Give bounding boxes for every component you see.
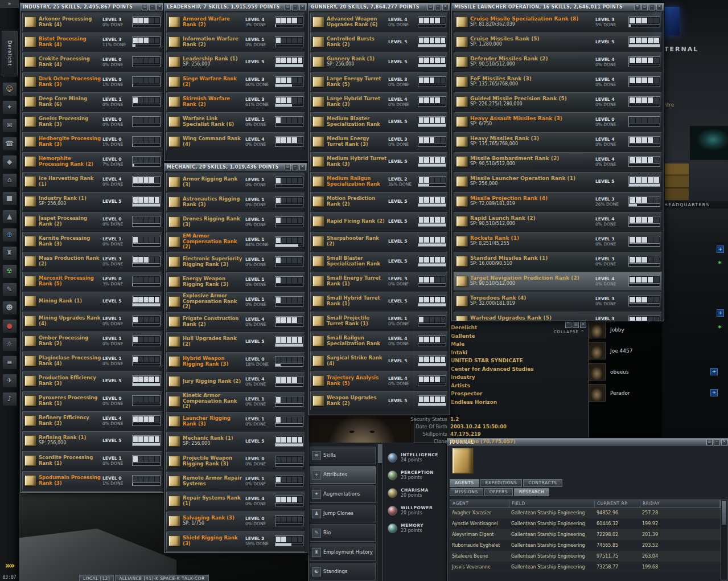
skill-row[interactable]: Mining Upgrades Rank (4) LEVEL 1 0% DONE: [22, 312, 162, 330]
skill-row[interactable]: Armor Rigging Rank (3) LEVEL 1 0% DONE: [166, 173, 305, 191]
pin-icon[interactable]: ◎: [285, 164, 291, 170]
skill-row[interactable]: Jury Rigging Rank (2) LEVEL 4 0% DONE: [166, 372, 305, 391]
charsheet-menu-item[interactable]: ✎ Bio: [310, 524, 376, 542]
skill-row[interactable]: Hybrid Weapon Rigging Rank (3) LEVEL 0 1…: [166, 352, 305, 371]
skill-row[interactable]: Astronautics Rigging Rank (3) LEVEL 1 0%…: [166, 193, 305, 211]
skill-row[interactable]: Mercoxit Processing Rank (5) LEVEL 0 3% …: [22, 272, 162, 290]
minimize-icon[interactable]: –: [292, 4, 298, 10]
expand-neocom-button[interactable]: »: [0, 0, 19, 8]
pin-icon[interactable]: ◎: [573, 322, 579, 328]
skill-row[interactable]: Crokite Processing Rank (4) LEVEL 0 0% D…: [22, 52, 162, 71]
charsheet-menu-item[interactable]: ≡ Skills: [310, 447, 376, 464]
skill-row[interactable]: Jaspet Processing Rank (2) LEVEL 0 0% DO…: [22, 212, 162, 231]
star-map-icon[interactable]: ✦: [2, 100, 17, 114]
skill-row[interactable]: Sharpshooter Rank (2) LEVEL 5: [310, 232, 448, 251]
skill-row[interactable]: Kernite Processing Rank (3) LEVEL 1 0% D…: [22, 232, 162, 251]
skill-row[interactable]: Veldspar Processing Rank (1) LEVEL 4 0% …: [22, 491, 162, 492]
wallet-icon[interactable]: ◆: [2, 155, 17, 169]
agent-table-row[interactable]: Aleyvriman Elgent Gallentean Starship En…: [450, 529, 721, 540]
skill-row[interactable]: Controlled Bursts Rank (2) LEVEL 5: [310, 32, 448, 51]
assets-icon[interactable]: ■: [2, 191, 17, 206]
close-icon[interactable]: ×: [721, 439, 727, 445]
expand-arrows-icon[interactable]: »»: [5, 561, 14, 570]
corporation-icon[interactable]: ♜: [2, 246, 17, 260]
close-icon[interactable]: ×: [656, 4, 663, 10]
skill-row[interactable]: Missile Bombardment Rank (2) SP: 90,510/…: [454, 152, 662, 171]
skill-row[interactable]: Ice Harvesting Rank (1) LEVEL 4 0% DONE: [22, 172, 162, 191]
expand-icon[interactable]: ^: [565, 322, 571, 328]
skill-row[interactable]: Rapid Launch Rank (2) SP: 90,510/512,000…: [454, 212, 662, 231]
watchlist-entry[interactable]: obeeus +: [588, 363, 720, 380]
add-marker-icon[interactable]: +: [717, 309, 724, 317]
add-contact-icon[interactable]: +: [710, 368, 718, 375]
skill-row[interactable]: Target Navigation Prediction Rank (2) SP…: [454, 272, 662, 290]
skill-row[interactable]: Explosive Armor Compensation Rank (2) LE…: [166, 292, 305, 311]
column-header-rp-day[interactable]: RP/DAY: [640, 500, 720, 508]
minimize-icon[interactable]: –: [149, 4, 155, 10]
ships-icon[interactable]: ▲: [2, 210, 17, 224]
skill-row[interactable]: Medium Hybrid Turret Rank (3) LEVEL 5: [310, 152, 448, 171]
skill-row[interactable]: Rockets Rank (1) SP: 8,251/45,255 LEVEL …: [454, 232, 662, 251]
skill-row[interactable]: Medium Railgun Specialization Rank LEVEL…: [310, 172, 448, 191]
skill-row[interactable]: Surgical Strike Rank (4) LEVEL 5: [310, 351, 448, 370]
tab[interactable]: CONTRACTS: [523, 479, 562, 487]
fitting-icon[interactable]: ⊕: [2, 228, 17, 242]
skill-row[interactable]: Weapon Upgrades Rank (2) LEVEL 5: [310, 391, 448, 410]
close-icon[interactable]: ×: [157, 4, 163, 10]
skill-row[interactable]: Warhead Upgrades Rank (5) SP: 40,000/226…: [454, 312, 662, 321]
skill-row[interactable]: Skirmish Warfare Rank (2) LEVEL 3 61% DO…: [166, 92, 305, 111]
skill-row[interactable]: Heavy Missiles Rank (3) SP: 135,765/768,…: [454, 132, 662, 151]
chat-tab[interactable]: LOCAL [12]: [79, 575, 114, 581]
titlebar[interactable]: GUNNERY, 20 SKILLS, 7,864,277 POINTS ◎ –…: [309, 3, 450, 11]
skill-row[interactable]: Salvaging Rank (3) SP: 1/750 LEVEL 0 0% …: [166, 512, 305, 530]
skill-row[interactable]: Hemorphite Processing Rank (2) LEVEL 0 7…: [22, 152, 162, 171]
add-contact-icon[interactable]: +: [710, 389, 718, 396]
titlebar[interactable]: LEADERSHIP, 7 SKILLS, 1,915,959 POINTS ◎…: [164, 3, 307, 11]
collapse-button[interactable]: COLLAPSE ^: [554, 330, 585, 334]
agent-table-row[interactable]: Sitaleere Beene Gallentean Starship Engi…: [450, 551, 721, 562]
skill-row[interactable]: Siege Warfare Rank (2) LEVEL 3 60% DONE: [166, 72, 305, 91]
skill-row[interactable]: Production Efficiency Rank (3) LEVEL 5: [22, 371, 162, 390]
skill-row[interactable]: Bistot Processing Rank (4) LEVEL 3 11% D…: [22, 32, 162, 51]
notes-icon[interactable]: ♪: [2, 392, 17, 406]
skill-row[interactable]: Dark Ochre Processing Rank (3) LEVEL 0 1…: [22, 72, 162, 91]
skill-row[interactable]: Pyroxeres Processing Rank (1) LEVEL 0 0%…: [22, 391, 162, 410]
pin-icon[interactable]: ◎: [641, 4, 648, 10]
titlebar[interactable]: MISSILE LAUNCHER OPERATION, 16 SKILLS, 2…: [452, 3, 664, 11]
column-header-field[interactable]: FIELD: [509, 500, 595, 508]
watchlist-entry[interactable]: Jobby: [588, 321, 720, 338]
scrollbar[interactable]: [377, 443, 383, 581]
skill-row[interactable]: Remote Armor Repair Systems LEVEL 1 0% D…: [166, 472, 305, 490]
charsheet-menu-item[interactable]: + Attributes: [310, 466, 376, 484]
agent-table-row[interactable]: Ruborraude Eyghelet Gallentean Starship …: [450, 540, 721, 551]
minimize-icon[interactable]: –: [649, 4, 655, 10]
pin-icon[interactable]: ◎: [142, 4, 148, 10]
skill-row[interactable]: Guided Missile Precision Rank (5) SP: 22…: [454, 92, 662, 111]
close-icon[interactable]: ×: [580, 322, 586, 328]
skill-row[interactable]: Small Blaster Specialization Rank LEVEL …: [310, 252, 448, 271]
skill-row[interactable]: Large Hybrid Turret Rank (3) LEVEL 4 0% …: [310, 92, 448, 111]
character-icon[interactable]: ☺: [2, 82, 17, 96]
skill-row[interactable]: Medium Energy Turret Rank (3) LEVEL 3 0%…: [310, 132, 448, 151]
stack-icon[interactable]: ≡: [634, 4, 640, 10]
science-icon[interactable]: ☢: [2, 264, 17, 279]
column-header-current-rp[interactable]: CURRENT RP: [595, 500, 640, 508]
skill-row[interactable]: Gunnery Rank (1) SP: 256,000 LEVEL 5: [310, 52, 448, 71]
add-marker-icon[interactable]: +: [717, 246, 724, 253]
skill-row[interactable]: Advanced Weapon Upgrades Rank (6) LEVEL …: [310, 13, 448, 31]
skill-row[interactable]: Repair Systems Rank (1) LEVEL 4 0% DONE: [166, 492, 305, 510]
skill-row[interactable]: Omber Processing Rank (2) LEVEL 1 0% DON…: [22, 332, 162, 350]
skill-row[interactable]: Mechanic Rank (1) SP: 256,000 LEVEL 5: [166, 432, 305, 451]
skill-row[interactable]: Medium Blaster Specialization Rank LEVEL…: [310, 112, 448, 131]
agent-table-row[interactable]: Josvis Veveranne Gallentean Starship Eng…: [450, 562, 721, 572]
scrollbar-thumb[interactable]: [722, 501, 726, 525]
column-header-agent[interactable]: AGENT: [450, 500, 509, 508]
close-icon[interactable]: ×: [442, 4, 449, 10]
skill-row[interactable]: Scordite Processing Rank (1) LEVEL 1 0% …: [22, 451, 162, 470]
alert-icon[interactable]: ●: [2, 319, 17, 333]
market-icon[interactable]: ⌂: [2, 173, 17, 187]
skill-row[interactable]: Cruise Missiles Rank (5) SP: 1,280,000 L…: [454, 32, 662, 51]
minimize-icon[interactable]: –: [714, 439, 720, 445]
tab[interactable]: OFFERS: [484, 488, 513, 496]
skill-row[interactable]: Torpedoes Rank (4) SP: 32,000/181,019 LE…: [454, 292, 662, 310]
